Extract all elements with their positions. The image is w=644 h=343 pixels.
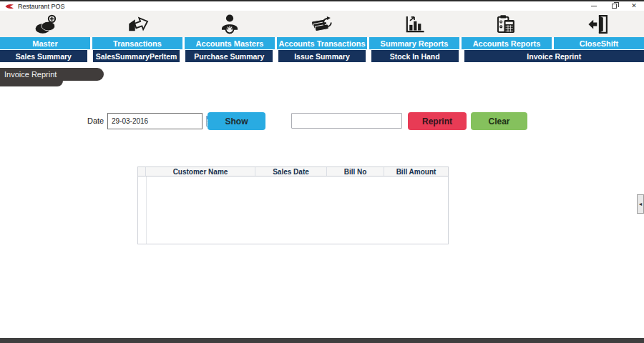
clear-button[interactable]: Clear xyxy=(471,112,527,130)
window-controls: ✕ xyxy=(584,1,644,11)
date-picker: 15 xyxy=(107,113,203,129)
menu-item-accounts-reports[interactable]: Accounts Reports xyxy=(462,37,552,49)
summary-reports-icon-button[interactable] xyxy=(368,11,460,37)
invoices-table-body xyxy=(138,177,448,244)
transactions-icon-button[interactable] xyxy=(92,11,185,37)
row-selector-divider xyxy=(146,177,147,244)
submenu-item-purchase-summary[interactable]: Purchase Summary xyxy=(185,50,273,62)
submenu-item-issue-summary[interactable]: Issue Summary xyxy=(278,50,366,62)
page-title-banner-fold xyxy=(0,80,63,86)
restore-button[interactable] xyxy=(604,1,624,11)
column-header-bill-no[interactable]: Bill No xyxy=(327,167,384,176)
date-input[interactable] xyxy=(108,114,206,129)
window-bottom-border xyxy=(0,338,644,343)
invoices-table-header: Customer Name Sales Date Bill No Bill Am… xyxy=(138,167,448,177)
menu-item-master[interactable]: Master xyxy=(0,37,90,49)
minimize-icon xyxy=(591,6,597,6)
invoices-table: Customer Name Sales Date Bill No Bill Am… xyxy=(137,166,449,244)
chevron-left-icon: ◄ xyxy=(638,202,643,207)
close-button[interactable]: ✕ xyxy=(624,1,644,11)
title-bar: Restaurant POS ✕ xyxy=(0,1,644,11)
ribbon-icon-row xyxy=(0,11,644,37)
sub-menu-bar: Sales Summary SalesSummaryPerItem Purcha… xyxy=(0,50,644,62)
page-title: Invoice Reprint xyxy=(0,68,104,81)
side-panel-expander[interactable]: ◄ xyxy=(637,194,644,214)
closeshift-icon-button[interactable] xyxy=(552,11,644,37)
restore-icon xyxy=(612,4,617,9)
exit-door-icon xyxy=(585,12,611,36)
submenu-item-salessummaryperitem[interactable]: SalesSummaryPerItem xyxy=(93,50,180,62)
master-icon-button[interactable] xyxy=(0,11,92,37)
coins-plus-icon xyxy=(33,12,59,36)
column-header-sales-date[interactable]: Sales Date xyxy=(255,167,327,176)
cash-refresh-icon xyxy=(309,12,335,36)
bill-search-input[interactable] xyxy=(291,113,402,129)
close-icon: ✕ xyxy=(631,3,637,9)
menu-item-transactions[interactable]: Transactions xyxy=(92,37,182,49)
reprint-button[interactable]: Reprint xyxy=(408,112,467,130)
submenu-item-sales-summary[interactable]: Sales Summary xyxy=(0,50,87,62)
row-selector-header xyxy=(138,167,146,176)
clipboard-calculator-icon xyxy=(493,12,519,36)
date-label: Date xyxy=(87,116,104,125)
menu-item-accounts-transactions[interactable]: Accounts Transactions xyxy=(277,37,367,49)
minimize-button[interactable] xyxy=(584,1,604,11)
app-logo-icon xyxy=(5,3,14,10)
column-header-customer-name[interactable]: Customer Name xyxy=(146,167,255,176)
export-arrow-icon xyxy=(125,12,151,36)
person-helm-icon xyxy=(217,12,243,36)
submenu-item-invoice-reprint[interactable]: Invoice Reprint xyxy=(464,50,644,62)
window-title: Restaurant POS xyxy=(18,3,65,10)
bar-chart-icon xyxy=(401,12,427,36)
show-button[interactable]: Show xyxy=(208,112,265,130)
column-header-bill-amount[interactable]: Bill Amount xyxy=(384,167,448,176)
accounts-transactions-icon-button[interactable] xyxy=(276,11,369,37)
accounts-masters-icon-button[interactable] xyxy=(184,11,276,37)
main-menu-bar: Master Transactions Accounts Masters Acc… xyxy=(0,37,644,49)
menu-item-closeshift[interactable]: CloseShift xyxy=(554,37,644,49)
submenu-item-stock-in-hand[interactable]: Stock In Hand xyxy=(371,50,459,62)
accounts-reports-icon-button[interactable] xyxy=(460,11,552,37)
menu-item-accounts-masters[interactable]: Accounts Masters xyxy=(185,37,275,49)
menu-item-summary-reports[interactable]: Summary Reports xyxy=(369,37,459,49)
